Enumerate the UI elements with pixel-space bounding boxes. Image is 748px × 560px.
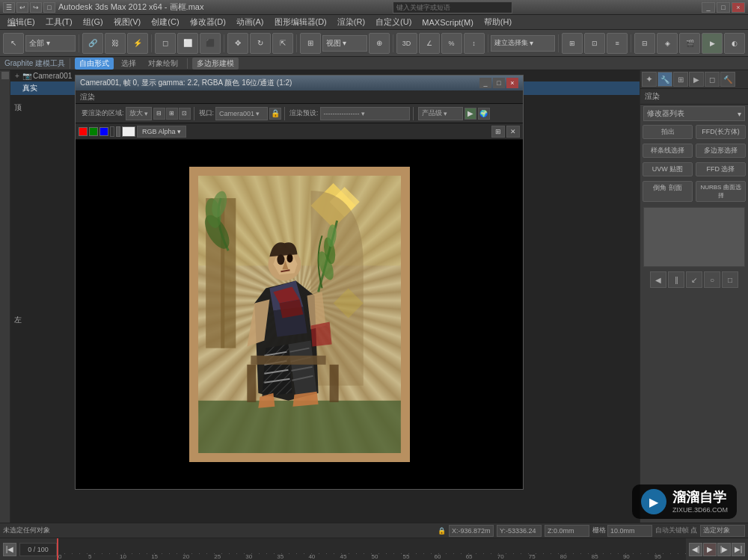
rw-viewport-dropdown[interactable]: Camera001 ▾ xyxy=(215,107,268,120)
rw-region-icon3[interactable]: ⊡ xyxy=(179,108,191,120)
rs-bevel-btn[interactable]: 倒角 剖面 xyxy=(643,181,693,202)
rs-icon-display[interactable]: ◻ xyxy=(705,72,720,87)
tl-end-btn[interactable]: ▶| xyxy=(732,543,745,556)
rs-icon-modify[interactable]: 🔧 xyxy=(657,72,672,87)
rw-render-go-btn[interactable]: ▶ xyxy=(465,108,476,120)
minimize-button[interactable]: _ xyxy=(702,2,715,13)
modifier-list-dropdown[interactable]: 修改器列表 ▾ xyxy=(643,106,745,121)
rw-channel-rgb-alpha[interactable]: RGB Alpha ▾ xyxy=(137,126,186,138)
menu-render[interactable]: 渲染(R) xyxy=(333,15,370,29)
link-btn[interactable]: 🔗 xyxy=(82,33,103,54)
rw-preset-dropdown[interactable]: ---------------- ▾ xyxy=(320,107,410,120)
material-btn[interactable]: ◈ xyxy=(657,33,678,54)
select-object-btn[interactable]: ↖ xyxy=(3,33,24,54)
menu-edit[interactable]: 编辑(E) xyxy=(3,15,40,29)
search-input[interactable] xyxy=(393,1,512,13)
gb-select[interactable]: 选择 xyxy=(117,58,141,70)
menu-help[interactable]: 帮助(H) xyxy=(479,15,516,29)
menu-maxscript[interactable]: MAXScript(M) xyxy=(417,16,477,28)
rs-nurbs-btn[interactable]: NURBS 曲面选择 xyxy=(696,181,746,202)
menu-group[interactable]: 组(G) xyxy=(79,15,108,29)
rs-uvw-btn[interactable]: UVW 贴图 xyxy=(643,162,693,176)
snap-angle-btn[interactable]: ∠ xyxy=(419,33,440,54)
select-move-btn[interactable]: ✥ xyxy=(227,33,248,54)
timeline-track[interactable]: 0 5 10 15 20 25 30 35 40 45 50 55 60 65 … xyxy=(57,538,686,560)
maximize-button[interactable]: □ xyxy=(717,2,730,13)
rs-icon-utilities[interactable]: 🔨 xyxy=(720,72,735,87)
scale-btn[interactable]: ⇱ xyxy=(272,33,293,54)
lock-icon[interactable]: 🔒 xyxy=(438,527,446,535)
array-btn[interactable]: ⊡ xyxy=(584,33,605,54)
render-setup-btn[interactable]: 🎬 xyxy=(679,33,700,54)
tl-prev-frame-btn[interactable]: ◀| xyxy=(689,543,702,556)
gb-objpaint[interactable]: 对象绘制 xyxy=(144,58,183,70)
select-object-field[interactable]: 选定对象 xyxy=(700,525,745,537)
rs-ffd-box-btn[interactable]: FFD(长方体) xyxy=(696,125,746,139)
rw-minimize-btn[interactable]: _ xyxy=(479,78,491,88)
left-panel-handle[interactable] xyxy=(1,72,9,79)
app-menu-icon[interactable]: ☰ xyxy=(3,2,15,13)
rs-pause-icon[interactable]: ‖ xyxy=(668,271,684,288)
snap-percent-btn[interactable]: % xyxy=(441,33,462,54)
rw-clear-btn[interactable]: ✕ xyxy=(506,126,520,138)
rw-region-dropdown[interactable]: 放大 ▾ xyxy=(126,107,152,120)
rw-region-icon1[interactable]: ⊟ xyxy=(153,108,165,120)
tl-next-frame-btn[interactable]: |▶ xyxy=(717,543,731,556)
menu-customize[interactable]: 自定义(U) xyxy=(371,15,416,29)
rw-copy-btn[interactable]: ⊞ xyxy=(491,126,505,138)
rw-menu-render[interactable]: 渲染 xyxy=(80,92,95,102)
rotate-btn[interactable]: ↻ xyxy=(250,33,271,54)
save-icon[interactable]: □ xyxy=(43,2,55,13)
rw-quality-dropdown[interactable]: 产品级 ▾ xyxy=(418,107,463,120)
build-selection-dropdown[interactable]: 建立选择集 ▾ xyxy=(491,35,555,52)
rs-icon-motion[interactable]: ▶ xyxy=(689,72,704,87)
activeshade-btn[interactable]: ◐ xyxy=(724,33,745,54)
rw-region-icon2[interactable]: ⊞ xyxy=(166,108,178,120)
coord-system-dropdown[interactable]: 视图 ▾ xyxy=(322,35,367,52)
z-coord-field[interactable]: Z: 0.0mm xyxy=(545,525,589,537)
rs-spline-sel-btn[interactable]: 样条线选择 xyxy=(643,144,693,158)
pivot-btn[interactable]: ⊕ xyxy=(369,33,390,54)
rs-move-down-icon[interactable]: ↙ xyxy=(686,271,702,288)
menu-view[interactable]: 视图(V) xyxy=(109,15,146,29)
align-btn[interactable]: ≡ xyxy=(607,33,628,54)
rs-icon-create[interactable]: ✦ xyxy=(642,72,657,87)
rw-blue-swatch[interactable] xyxy=(99,127,108,136)
reference-btn[interactable]: ⊞ xyxy=(300,33,321,54)
rs-ffd-sel-btn[interactable]: FFD 选择 xyxy=(696,162,746,176)
rs-square-icon[interactable]: □ xyxy=(722,271,738,288)
rw-green-swatch[interactable] xyxy=(89,127,98,136)
polygon-modeling-toggle[interactable]: 多边形建模 xyxy=(192,58,239,70)
rs-circle-icon[interactable]: ○ xyxy=(704,271,720,288)
rs-back-icon[interactable]: ◀ xyxy=(650,271,666,288)
menu-graph-editor[interactable]: 图形编辑器(D) xyxy=(270,15,331,29)
tl-play-btn[interactable]: ▶ xyxy=(703,543,717,556)
snap-spinner-btn[interactable]: ↕ xyxy=(464,33,485,54)
rw-red-swatch[interactable] xyxy=(79,127,88,136)
menu-animation[interactable]: 动画(A) xyxy=(232,15,269,29)
rw-titlebar[interactable]: Camera001, 帧 0, 显示 gamma: 2.2, RGBA 颜色 1… xyxy=(76,76,523,90)
rs-poly-sel-btn[interactable]: 多边形选择 xyxy=(696,144,746,158)
rs-icon-hierarchy[interactable]: ⊞ xyxy=(673,72,688,87)
window-crossing-btn[interactable]: ⬛ xyxy=(200,33,221,54)
gb-freeform[interactable]: 自由形式 xyxy=(75,58,114,70)
redo-icon[interactable]: ↪ xyxy=(30,2,42,13)
y-coord-field[interactable]: Y: -53336.24 xyxy=(497,525,542,537)
select-region-btn[interactable]: ⬜ xyxy=(177,33,198,54)
close-button[interactable]: × xyxy=(732,2,745,13)
rw-close-btn[interactable]: × xyxy=(506,78,518,88)
layer-btn[interactable]: ⊟ xyxy=(634,33,655,54)
unlink-btn[interactable]: ⛓ xyxy=(105,33,126,54)
snap-3d-btn[interactable]: 3D xyxy=(396,33,417,54)
rw-lock-icon[interactable]: 🔒 xyxy=(269,108,281,120)
menu-modifiers[interactable]: 修改器(D) xyxy=(186,15,230,29)
menu-create[interactable]: 创建(C) xyxy=(147,15,183,29)
tl-start-btn[interactable]: |◀ xyxy=(3,543,16,556)
rs-pin-btn[interactable]: 拍出 xyxy=(643,125,693,139)
menu-tools[interactable]: 工具(T) xyxy=(41,15,77,29)
rw-env-btn[interactable]: 🌍 xyxy=(478,108,490,120)
rw-white-swatch[interactable] xyxy=(122,126,135,137)
select-filter-btn[interactable]: ◻ xyxy=(155,33,176,54)
render-btn[interactable]: ▶ xyxy=(702,33,723,54)
bind-space-warp-btn[interactable]: ⚡ xyxy=(127,33,148,54)
